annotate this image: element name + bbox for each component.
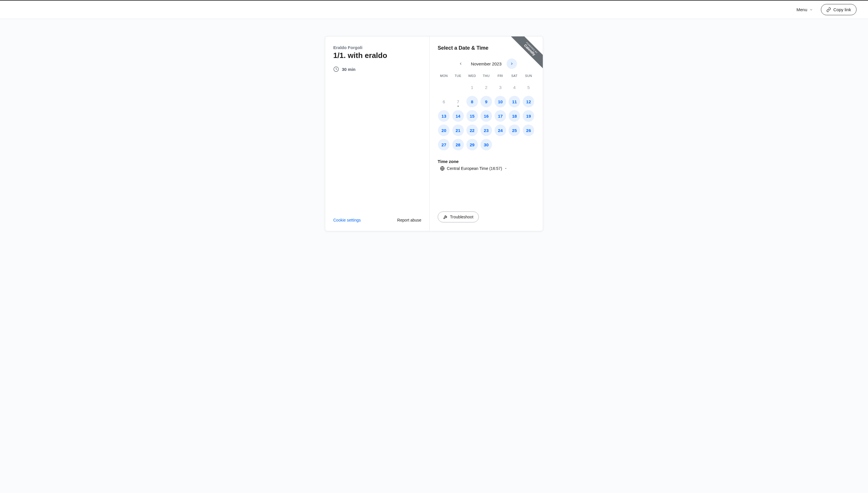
day-button[interactable]: 24	[494, 125, 506, 136]
day-cell: 25	[508, 124, 521, 136]
day-button[interactable]: 12	[523, 96, 534, 107]
timezone-value: Central European Time (16:57)	[447, 166, 502, 171]
day-button[interactable]: 30	[481, 139, 492, 150]
day-cell: 23	[480, 124, 492, 136]
duration-text: 30 min	[342, 67, 356, 72]
chevron-down-icon	[809, 8, 813, 12]
chevron-right-icon	[510, 62, 514, 66]
dow-header: SUN	[523, 74, 535, 79]
day-button[interactable]: 13	[438, 110, 449, 122]
day-cell: 28	[452, 138, 464, 151]
day-button: 6	[438, 96, 449, 107]
day-cell: 27	[438, 138, 450, 151]
day-button[interactable]: 15	[466, 110, 478, 122]
day-button[interactable]: 26	[523, 125, 534, 136]
host-name: Eraldo Forgoli	[333, 45, 421, 50]
booking-card: Eraldo Forgoli 1/1. with eraldo 30 min C…	[325, 36, 543, 231]
day-cell: 16	[480, 110, 492, 122]
globe-icon	[440, 166, 445, 171]
day-button[interactable]: 20	[438, 125, 449, 136]
day-button: 4	[509, 82, 520, 93]
day-button[interactable]: 21	[452, 125, 464, 136]
day-cell: 1	[466, 81, 478, 93]
day-button[interactable]: 9	[481, 96, 492, 107]
caret-down-icon	[504, 167, 507, 170]
clock-icon	[333, 66, 339, 72]
calendar-grid: MONTUEWEDTHUFRISATSUN1234567891011121314…	[438, 74, 535, 151]
day-cell: 10	[494, 95, 506, 108]
timezone-selector[interactable]: Central European Time (16:57)	[438, 166, 507, 171]
dow-header: FRI	[494, 74, 506, 79]
day-cell: 30	[480, 138, 492, 151]
day-cell: 11	[508, 95, 521, 108]
day-button[interactable]: 22	[466, 125, 478, 136]
day-cell: 26	[523, 124, 535, 136]
troubleshoot-button[interactable]: Troubleshoot	[438, 212, 479, 222]
day-button[interactable]: 23	[481, 125, 492, 136]
day-button: 5	[523, 82, 534, 93]
day-cell: 9	[480, 95, 492, 108]
dow-header: THU	[480, 74, 492, 79]
day-cell: 14	[452, 110, 464, 122]
report-abuse-link[interactable]: Report abuse	[397, 218, 421, 222]
day-cell: 15	[466, 110, 478, 122]
dow-header: WED	[466, 74, 478, 79]
dow-header: SAT	[508, 74, 521, 79]
prev-month-button[interactable]	[456, 59, 466, 69]
day-button[interactable]: 16	[481, 110, 492, 122]
day-cell: 7	[452, 95, 464, 108]
day-cell: 18	[508, 110, 521, 122]
day-button[interactable]: 19	[523, 110, 534, 122]
timezone-section: Time zone Central European Time (16:57)	[438, 159, 535, 172]
day-cell: 29	[466, 138, 478, 151]
day-cell: 20	[438, 124, 450, 136]
top-bar: Menu Copy link	[0, 0, 868, 19]
menu-dropdown[interactable]: Menu	[794, 5, 816, 14]
day-button[interactable]: 29	[466, 139, 478, 150]
day-button[interactable]: 14	[452, 110, 464, 122]
next-month-button[interactable]	[507, 59, 517, 69]
day-cell: 13	[438, 110, 450, 122]
cookie-settings-link[interactable]: Cookie settings	[333, 218, 361, 222]
meeting-title: 1/1. with eraldo	[333, 51, 421, 60]
day-button[interactable]: 25	[509, 125, 520, 136]
day-cell: 5	[523, 81, 535, 93]
day-cell: 6	[438, 95, 450, 108]
day-cell: 21	[452, 124, 464, 136]
copy-link-button[interactable]: Copy link	[821, 4, 856, 15]
day-button[interactable]: 11	[509, 96, 520, 107]
day-button[interactable]: 8	[466, 96, 478, 107]
month-label: November 2023	[471, 61, 502, 66]
chevron-left-icon	[459, 62, 463, 66]
left-footer: Cookie settings Report abuse	[333, 218, 421, 222]
today-indicator	[458, 106, 459, 107]
dow-header: TUE	[452, 74, 464, 79]
day-cell	[438, 81, 450, 93]
day-cell: 8	[466, 95, 478, 108]
day-cell: 17	[494, 110, 506, 122]
troubleshoot-label: Troubleshoot	[450, 215, 473, 219]
day-button: 2	[481, 82, 492, 93]
day-cell	[452, 81, 464, 93]
day-cell: 22	[466, 124, 478, 136]
copy-link-label: Copy link	[833, 7, 851, 12]
day-cell: 12	[523, 95, 535, 108]
left-panel: Eraldo Forgoli 1/1. with eraldo 30 min C…	[325, 37, 430, 231]
day-button[interactable]: 17	[494, 110, 506, 122]
day-button[interactable]: 28	[452, 139, 464, 150]
day-cell: 2	[480, 81, 492, 93]
day-button: 3	[494, 82, 506, 93]
day-button[interactable]: 10	[494, 96, 506, 107]
page-wrap: Eraldo Forgoli 1/1. with eraldo 30 min C…	[0, 19, 868, 243]
month-nav: November 2023	[438, 59, 535, 69]
day-cell: 24	[494, 124, 506, 136]
link-icon	[826, 7, 831, 12]
day-cell: 4	[508, 81, 521, 93]
right-panel: Select a Date & Time November 2023 MONTU…	[430, 37, 543, 231]
day-button: 1	[466, 82, 478, 93]
day-button[interactable]: 18	[509, 110, 520, 122]
day-button[interactable]: 27	[438, 139, 449, 150]
select-date-heading: Select a Date & Time	[438, 45, 535, 51]
day-cell: 3	[494, 81, 506, 93]
duration-row: 30 min	[333, 66, 421, 72]
